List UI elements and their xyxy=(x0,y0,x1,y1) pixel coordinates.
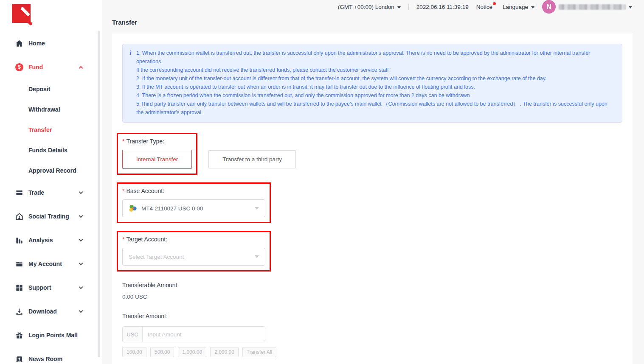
dollar-circle-icon: $ xyxy=(15,63,23,71)
notice-line: 5.Third party transfer can only transfer… xyxy=(136,100,615,117)
topbar-divider xyxy=(408,4,409,10)
transfer-amount-section: Transfer Amount: USC 100.00 500.00 1,000… xyxy=(122,313,622,357)
sidebar-item-approval-record[interactable]: Approval Record xyxy=(0,160,102,181)
sidebar-item-withdrawal[interactable]: Withdrawal xyxy=(0,99,102,120)
base-account-section: *Base Account: MT4-2110027 USC 0.00 xyxy=(122,182,622,231)
sidebar-item-fund[interactable]: $ Fund xyxy=(0,55,102,79)
transfer-type-section: *Transfer Type: Internal Transfer Transf… xyxy=(122,133,622,182)
home-icon xyxy=(15,39,23,48)
chevron-down-icon xyxy=(79,190,83,194)
caret-down-icon xyxy=(629,6,632,8)
annotation-box-target-account: *Target Account: Select Target Account xyxy=(117,231,271,272)
transfer-amount-label: Transfer Amount: xyxy=(122,313,622,319)
base-account-select[interactable]: MT4-2110027 USC 0.00 xyxy=(122,199,265,217)
notice-badge-dot xyxy=(493,2,496,5)
transferable-amount-section: Transferable Amount: 0.00 USC xyxy=(122,282,622,300)
sidebar-item-label: Social Trading xyxy=(28,213,69,220)
quick-amount-button[interactable]: 500.00 xyxy=(150,347,174,357)
sidebar-item-support[interactable]: Support xyxy=(0,276,102,300)
internal-transfer-button[interactable]: Internal Transfer xyxy=(122,150,192,169)
notice-line: 1. When the commission wallet is transfe… xyxy=(136,49,615,66)
sidebar-item-label: Approval Record xyxy=(28,167,76,174)
sidebar-menu: Home $ Fund Deposit Withdrawal Transfer … xyxy=(0,27,102,364)
sidebar-item-label: Analysis xyxy=(28,237,53,244)
news-icon xyxy=(15,355,23,363)
download-icon xyxy=(15,308,23,316)
language-selector[interactable]: Language xyxy=(503,4,534,10)
sidebar-item-download[interactable]: Download xyxy=(0,300,102,323)
quick-amount-button[interactable]: 100.00 xyxy=(122,347,146,357)
target-account-placeholder: Select Target Account xyxy=(129,254,184,260)
sidebar-item-label: Trade xyxy=(28,189,44,196)
sidebar-item-label: Download xyxy=(28,308,57,315)
notice-line: 3. If the MT account is operated to tran… xyxy=(136,83,615,91)
info-icon: i xyxy=(129,49,131,117)
chevron-down-icon xyxy=(79,213,83,218)
currency-prefix: USC xyxy=(123,327,143,342)
chevron-down-icon xyxy=(79,237,83,241)
transfer-type-label: *Transfer Type: xyxy=(122,138,192,145)
notice-lines: 1. When the commission wallet is transfe… xyxy=(136,49,615,117)
chevron-down-icon xyxy=(79,261,83,265)
select-caret-icon xyxy=(255,207,259,210)
sidebar-item-login-points-mall[interactable]: Login Points Mall xyxy=(0,323,102,347)
user-name-redacted xyxy=(559,4,626,10)
sidebar-item-social-trading[interactable]: Social Trading xyxy=(0,204,102,228)
sidebar-item-label: Support xyxy=(28,284,51,291)
select-caret-icon xyxy=(255,255,259,258)
language-label: Language xyxy=(503,4,528,10)
transferable-amount-label: Transferable Amount: xyxy=(122,282,622,288)
sidebar-item-label: Home xyxy=(28,40,45,47)
required-mark: * xyxy=(122,138,124,145)
target-account-section: *Target Account: Select Target Account xyxy=(122,231,622,279)
caret-down-icon xyxy=(531,6,534,8)
brand-logo-icon xyxy=(12,4,37,27)
sidebar-item-label: Login Points Mall xyxy=(28,332,78,339)
sidebar: Home $ Fund Deposit Withdrawal Transfer … xyxy=(0,0,102,364)
user-menu[interactable]: N xyxy=(542,0,632,14)
sidebar-item-label: My Account xyxy=(28,260,62,267)
transfer-all-button[interactable]: Transfer All xyxy=(242,347,276,357)
sidebar-item-analysis[interactable]: Analysis xyxy=(0,228,102,252)
brand-logo[interactable] xyxy=(0,0,102,27)
timezone-selector[interactable]: (GMT +00:00) London xyxy=(338,4,401,10)
server-datetime: 2022.06.16 11:39:19 xyxy=(416,4,469,10)
topbar: (GMT +00:00) London 2022.06.16 11:39:19 … xyxy=(102,0,644,14)
sidebar-item-trade[interactable]: Trade xyxy=(0,181,102,204)
sidebar-item-label: Transfer xyxy=(28,126,52,133)
notice-line: If the corresponding account did not rec… xyxy=(136,66,615,74)
sidebar-item-news-room[interactable]: News Room xyxy=(0,347,102,364)
sidebar-scrollbar[interactable] xyxy=(98,31,100,357)
sidebar-item-label: Funds Details xyxy=(28,147,67,154)
sidebar-item-deposit[interactable]: Deposit xyxy=(0,79,102,99)
avatar: N xyxy=(542,0,556,14)
datetime-label: 2022.06.16 11:39:19 xyxy=(416,4,469,10)
notice-label: Notice xyxy=(476,4,492,10)
transfer-amount-input[interactable] xyxy=(143,327,265,342)
target-account-select[interactable]: Select Target Account xyxy=(122,248,265,266)
notice-button[interactable]: Notice xyxy=(476,4,495,10)
app-root: Home $ Fund Deposit Withdrawal Transfer … xyxy=(0,0,644,364)
notice-line: 4. There is a frozen period when the com… xyxy=(136,91,615,100)
mt4-logo-icon xyxy=(129,204,137,213)
third-party-transfer-button[interactable]: Transfer to a third party xyxy=(208,150,296,168)
transferable-amount-value: 0.00 USC xyxy=(122,294,622,300)
main-area: (GMT +00:00) London 2022.06.16 11:39:19 … xyxy=(102,0,644,364)
sidebar-item-label: Fund xyxy=(28,64,43,70)
base-account-value: MT4-2110027 USC 0.00 xyxy=(141,205,203,212)
transfer-amount-group: USC xyxy=(122,326,265,342)
sidebar-item-my-account[interactable]: My Account xyxy=(0,252,102,276)
bar-chart-icon xyxy=(15,236,23,244)
sidebar-item-transfer[interactable]: Transfer xyxy=(0,120,102,140)
target-account-label: *Target Account: xyxy=(122,236,265,243)
sidebar-item-home[interactable]: Home xyxy=(0,31,102,55)
content-card: i 1. When the commission wallet is trans… xyxy=(112,34,633,364)
required-mark: * xyxy=(122,236,124,243)
quick-amount-button[interactable]: 2,000.00 xyxy=(210,347,239,357)
quick-amount-row: 100.00 500.00 1,000.00 2,000.00 Transfer… xyxy=(122,347,622,357)
base-account-label: *Base Account: xyxy=(122,188,265,194)
gift-icon xyxy=(15,331,23,339)
quick-amount-button[interactable]: 1,000.00 xyxy=(178,347,206,357)
sidebar-item-funds-details[interactable]: Funds Details xyxy=(0,140,102,160)
page-title: Transfer xyxy=(102,14,644,32)
